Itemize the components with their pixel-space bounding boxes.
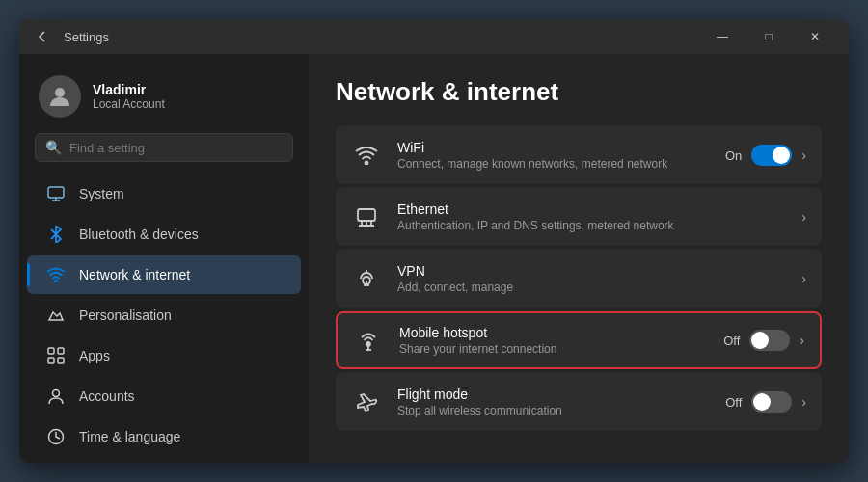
wifi-desc: Connect, manage known networks, metered … (397, 157, 710, 171)
wifi-toggle[interactable] (751, 145, 792, 166)
wifi-text: WiFi Connect, manage known networks, met… (397, 140, 710, 171)
settings-list: WiFi Connect, manage known networks, met… (336, 126, 822, 431)
svg-rect-1 (48, 187, 64, 198)
hotspot-item[interactable]: Mobile hotspot Share your internet conne… (336, 311, 822, 369)
wifi-item[interactable]: WiFi Connect, manage known networks, met… (336, 126, 822, 184)
ethernet-icon (351, 201, 382, 232)
vpn-desc: Add, connect, manage (397, 281, 786, 294)
titlebar: Settings — □ ✕ (19, 19, 849, 54)
back-button[interactable] (31, 25, 54, 48)
sidebar-label-system: System (79, 186, 124, 201)
titlebar-controls: — □ ✕ (700, 19, 837, 54)
wifi-chevron: › (801, 147, 806, 163)
sidebar: Vladimir Local Account 🔍 System (19, 54, 309, 463)
sidebar-item-accounts[interactable]: Accounts (27, 377, 301, 415)
sidebar-item-personalisation[interactable]: Personalisation (27, 296, 301, 335)
ethernet-title: Ethernet (397, 201, 786, 217)
flight-item[interactable]: Flight mode Stop all wireless communicat… (336, 373, 822, 431)
personalisation-icon (46, 306, 66, 325)
flight-status: Off (725, 395, 742, 410)
svg-rect-6 (58, 348, 64, 354)
settings-window: Settings — □ ✕ Vladimir Local Account (19, 19, 849, 463)
flight-icon (351, 387, 382, 417)
flight-title: Flight mode (397, 387, 710, 402)
titlebar-title: Settings (64, 30, 109, 44)
sidebar-label-network: Network & internet (79, 267, 190, 282)
svg-rect-7 (48, 358, 54, 363)
maximize-button[interactable]: □ (746, 19, 791, 54)
sidebar-label-time: Time & language (79, 429, 180, 444)
system-icon (46, 184, 66, 203)
wifi-icon (351, 140, 382, 171)
flight-text: Flight mode Stop all wireless communicat… (397, 387, 710, 417)
hotspot-toggle-knob (751, 332, 769, 349)
hotspot-title: Mobile hotspot (399, 325, 708, 340)
vpn-icon (351, 263, 382, 294)
search-input[interactable] (69, 141, 283, 155)
sidebar-label-apps: Apps (79, 348, 110, 363)
hotspot-text: Mobile hotspot Share your internet conne… (399, 325, 708, 356)
hotspot-desc: Share your internet connection (399, 342, 708, 356)
time-icon (46, 427, 66, 446)
wifi-title: WiFi (397, 140, 710, 155)
sidebar-label-personalisation: Personalisation (79, 308, 172, 323)
main-content: Network & internet WiFi Connec (309, 54, 849, 463)
svg-point-20 (366, 342, 370, 346)
svg-point-11 (366, 162, 368, 165)
vpn-chevron: › (801, 271, 806, 286)
vpn-text: VPN Add, connect, manage (397, 263, 786, 294)
bluetooth-icon (46, 225, 66, 244)
flight-right: Off › (725, 391, 806, 413)
wifi-right: On › (725, 145, 806, 166)
close-button[interactable]: ✕ (793, 19, 837, 54)
content-area: Vladimir Local Account 🔍 System (19, 54, 849, 463)
ethernet-right: › (801, 209, 806, 225)
sidebar-label-accounts: Accounts (79, 388, 135, 404)
sidebar-item-bluetooth[interactable]: Bluetooth & devices (27, 215, 301, 254)
search-icon: 🔍 (45, 140, 62, 155)
hotspot-status: Off (723, 334, 740, 348)
avatar (39, 75, 81, 118)
flight-chevron: › (801, 394, 806, 410)
ethernet-item[interactable]: Ethernet Authentication, IP and DNS sett… (336, 188, 822, 246)
flight-desc: Stop all wireless communication (397, 404, 710, 417)
svg-rect-8 (58, 358, 64, 363)
page-title: Network & internet (336, 77, 822, 107)
hotspot-icon (353, 325, 384, 356)
svg-rect-5 (48, 348, 54, 354)
flight-toggle[interactable] (751, 391, 792, 413)
svg-point-4 (55, 281, 57, 282)
sidebar-item-network[interactable]: Network & internet (27, 255, 301, 294)
sidebar-item-time[interactable]: Time & language (27, 417, 301, 456)
sidebar-item-apps[interactable]: Apps (27, 336, 301, 375)
svg-rect-12 (358, 209, 375, 221)
svg-point-0 (55, 88, 65, 97)
wifi-toggle-knob (773, 147, 790, 164)
sidebar-label-bluetooth: Bluetooth & devices (79, 227, 199, 242)
network-icon (46, 265, 66, 284)
ethernet-desc: Authentication, IP and DNS settings, met… (397, 219, 786, 232)
vpn-item[interactable]: VPN Add, connect, manage › (336, 250, 822, 308)
wifi-status: On (725, 148, 742, 163)
ethernet-chevron: › (801, 209, 806, 225)
hotspot-chevron: › (800, 333, 804, 348)
titlebar-left: Settings (31, 25, 109, 48)
vpn-title: VPN (397, 263, 786, 279)
sidebar-item-system[interactable]: System (27, 174, 301, 213)
vpn-right: › (801, 271, 806, 286)
accounts-icon (46, 387, 66, 406)
minimize-button[interactable]: — (700, 19, 745, 54)
search-box[interactable]: 🔍 (35, 133, 293, 162)
ethernet-text: Ethernet Authentication, IP and DNS sett… (397, 201, 786, 232)
user-name: Vladimir (93, 82, 165, 97)
hotspot-right: Off › (723, 330, 804, 351)
user-info: Vladimir Local Account (93, 82, 165, 111)
user-section: Vladimir Local Account (19, 64, 309, 133)
apps-icon (46, 346, 66, 365)
hotspot-toggle[interactable] (749, 330, 790, 351)
flight-toggle-knob (753, 393, 771, 411)
svg-point-9 (53, 390, 60, 397)
user-type: Local Account (93, 97, 165, 111)
